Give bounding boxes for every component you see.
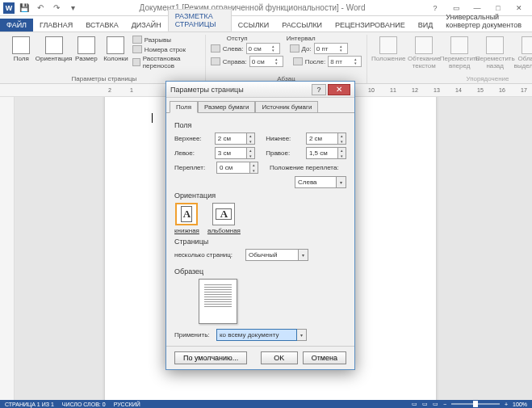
applyto-label: Применить: — [174, 331, 216, 339]
multipages-label: несколько страниц: — [174, 251, 245, 259]
top-label: Верхнее: — [174, 135, 215, 142]
dialog-tab-source[interactable]: Источник бумаги — [255, 101, 318, 113]
margins-section-label: Поля — [174, 121, 346, 129]
selection-button: Область выделения — [514, 35, 532, 70]
right-input[interactable]: 1,5 см — [306, 147, 339, 159]
tab-layout[interactable]: РАЗМЕТКА СТРАНИЦЫ — [168, 9, 232, 32]
zoom-slider[interactable] — [451, 403, 500, 405]
dialog-tab-margins[interactable]: Поля — [170, 101, 198, 113]
spacing-before-icon — [290, 44, 300, 53]
left-spin[interactable]: ▴▾ — [247, 147, 255, 159]
dialog-titlebar[interactable]: Параметры страницы ? ✕ — [166, 82, 354, 98]
top-spin[interactable]: ▴▾ — [247, 132, 255, 145]
left-input[interactable]: 3 см — [215, 147, 248, 159]
qat-dropdown-icon[interactable]: ▾ — [66, 2, 79, 15]
multipages-arrow[interactable]: ▾ — [299, 249, 308, 261]
tab-insert[interactable]: ВСТАВКА — [79, 19, 124, 32]
spacing-after-icon — [293, 57, 303, 65]
vertical-ruler[interactable] — [0, 97, 15, 400]
applyto-select[interactable]: ко всему документу — [216, 329, 297, 341]
ribbon: Поля Ориентация Размер Колонки Разрывы Н… — [0, 32, 532, 84]
size-button[interactable]: Размер — [73, 35, 100, 63]
indent-left-icon — [211, 44, 220, 53]
zoom-in-icon[interactable]: + — [505, 402, 508, 407]
hyphenation-button[interactable]: Расстановка переносов — [132, 54, 200, 70]
gutter-pos-arrow[interactable]: ▾ — [337, 176, 346, 188]
spacing-before-input[interactable]: 0 пт▴▾ — [314, 43, 348, 54]
right-label: Правое: — [266, 149, 306, 157]
orientation-section-label: Ориентация — [174, 191, 346, 200]
dialog-help-icon[interactable]: ? — [312, 84, 326, 95]
gutter-pos-label: Положение переплета: — [270, 164, 339, 171]
arrange-group-label: Упорядочение — [372, 74, 532, 83]
bottom-spin[interactable]: ▴▾ — [338, 132, 346, 145]
status-page[interactable]: СТРАНИЦА 1 ИЗ 1 — [5, 402, 54, 407]
ok-button[interactable]: OK — [261, 351, 298, 364]
breaks-button[interactable]: Разрывы — [132, 35, 200, 44]
status-words[interactable]: ЧИСЛО СЛОВ: 0 — [62, 402, 106, 407]
tab-view[interactable]: ВИД — [412, 19, 440, 32]
spacing-after-input[interactable]: 8 пт▴▾ — [328, 56, 362, 67]
save-icon[interactable]: 💾 — [18, 2, 31, 15]
pages-section-label: Страницы — [174, 238, 346, 246]
view-print-icon[interactable]: ▭ — [422, 401, 428, 407]
orientation-button[interactable]: Ориентация — [38, 35, 70, 63]
dialog-tabs: Поля Размер бумаги Источник бумаги — [166, 98, 354, 113]
status-lang[interactable]: РУССКИЙ — [114, 402, 140, 407]
tab-design[interactable]: ДИЗАЙН — [125, 19, 168, 32]
view-read-icon[interactable]: ▭ — [412, 401, 417, 407]
bottom-label: Нижнее: — [266, 135, 306, 142]
tab-references[interactable]: ССЫЛКИ — [232, 19, 276, 32]
zoom-value[interactable]: 100% — [513, 402, 527, 407]
gutter-label: Переплет: — [174, 164, 216, 171]
page-setup-dialog: Параметры страницы ? ✕ Поля Размер бумаг… — [165, 81, 355, 370]
view-web-icon[interactable]: ▭ — [433, 401, 438, 407]
position-button: Положение — [372, 35, 404, 63]
forward-button: Переместить вперед — [443, 35, 475, 70]
multipages-select[interactable]: Обычный — [245, 249, 299, 261]
tab-home[interactable]: ГЛАВНАЯ — [33, 19, 79, 32]
tab-file[interactable]: ФАЙЛ — [0, 19, 33, 32]
window-title: Документ1 [Режим ограниченной функционал… — [79, 3, 425, 12]
indent-left-input[interactable]: 0 см▴▾ — [246, 43, 280, 54]
cancel-button[interactable]: Отмена — [303, 351, 346, 364]
preview-box — [199, 279, 237, 324]
tab-converter[interactable]: Универсальный конвертер документов — [439, 11, 532, 32]
dialog-title: Параметры страницы — [170, 86, 312, 94]
applyto-arrow[interactable]: ▾ — [297, 329, 307, 341]
text-cursor — [152, 113, 153, 123]
gutter-pos-select[interactable]: Слева — [295, 176, 337, 188]
landscape-option[interactable]: A альбомная — [207, 203, 241, 234]
columns-button[interactable]: Колонки — [103, 35, 129, 63]
redo-icon[interactable]: ↷ — [50, 2, 63, 15]
margins-button[interactable]: Поля — [8, 35, 35, 63]
wrap-button: Обтекание текстом — [408, 35, 440, 70]
right-spin[interactable]: ▴▾ — [338, 147, 346, 159]
dialog-close-icon[interactable]: ✕ — [328, 84, 350, 95]
tab-review[interactable]: РЕЦЕНЗИРОВАНИЕ — [329, 19, 412, 32]
bottom-input[interactable]: 2 см — [306, 132, 339, 145]
gutter-spin[interactable]: ▴▾ — [250, 162, 258, 174]
status-bar: СТРАНИЦА 1 ИЗ 1 ЧИСЛО СЛОВ: 0 РУССКИЙ ▭ … — [0, 400, 532, 408]
undo-icon[interactable]: ↶ — [34, 2, 47, 15]
portrait-option[interactable]: A книжная — [174, 203, 199, 234]
line-numbers-button[interactable]: Номера строк — [132, 44, 200, 54]
preview-section-label: Образец — [174, 267, 346, 276]
left-label: Левое: — [174, 149, 215, 157]
tab-mailings[interactable]: РАССЫЛКИ — [275, 19, 329, 32]
indent-right-icon — [211, 57, 220, 65]
word-icon: W — [3, 2, 15, 14]
zoom-out-icon[interactable]: − — [443, 402, 446, 407]
dialog-tab-paper[interactable]: Размер бумаги — [198, 101, 255, 113]
default-button[interactable]: По умолчанию... — [174, 351, 247, 364]
backward-button: Переместить назад — [479, 35, 511, 70]
gutter-input[interactable]: 0 см — [216, 162, 250, 174]
top-input[interactable]: 2 см — [215, 132, 248, 145]
ribbon-tabs: ФАЙЛ ГЛАВНАЯ ВСТАВКА ДИЗАЙН РАЗМЕТКА СТР… — [0, 16, 532, 32]
indent-right-input[interactable]: 0 см▴▾ — [249, 56, 283, 67]
